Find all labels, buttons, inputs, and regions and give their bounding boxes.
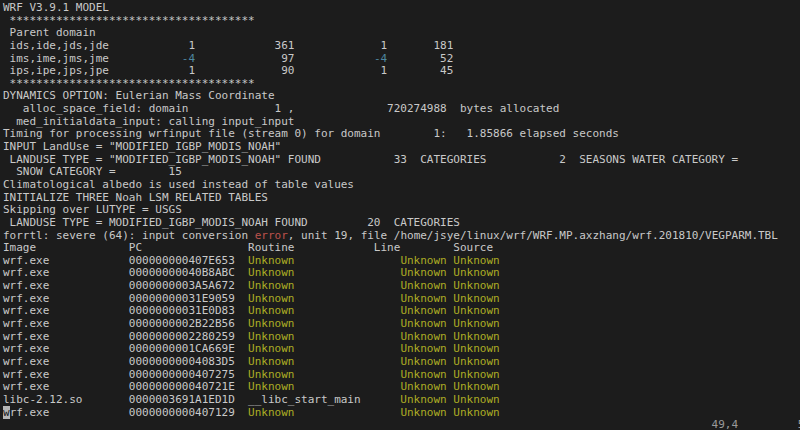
terminal-text: LANDUSE TYPE = MODIFIED_IGBP_MODIS_NOAH …	[3, 216, 460, 229]
terminal-text-yellow: Unknown	[453, 368, 499, 381]
terminal-text: wrf.exe 00000000031E0D83	[3, 304, 248, 317]
terminal-text	[294, 266, 400, 279]
terminal-text: LANDUSE TYPE = "MODIFIED_IGBP_MODIS_NOAH…	[3, 153, 738, 166]
terminal-text: *************************************	[3, 77, 255, 90]
terminal-text-yellow: Unknown	[400, 304, 446, 317]
terminal-cursor: w	[3, 406, 10, 419]
terminal-text-cyan: -4	[182, 52, 195, 65]
terminal-text: DYNAMICS OPTION: Eulerian Mass Coordinat…	[3, 89, 275, 102]
terminal-text-yellow: Unknown	[248, 380, 294, 393]
terminal-text	[294, 368, 400, 381]
terminal-text-yellow: Unknown	[453, 393, 499, 406]
terminal-text: SNOW CATEGORY = 15	[3, 165, 182, 178]
terminal-text-yellow: Unknown	[248, 292, 294, 305]
terminal-text	[294, 292, 400, 305]
terminal-text: wrf.exe 0000000000407275	[3, 368, 248, 381]
terminal-text: wrf.exe 0000000002280259	[3, 330, 248, 343]
terminal-text-yellow: Unknown	[453, 330, 499, 343]
terminal-text-yellow: Unknown	[400, 342, 446, 355]
terminal-text: 97	[195, 52, 374, 65]
terminal-text-yellow: Unknown	[248, 406, 294, 419]
terminal-text: med_initialdata_input: calling input_inp…	[3, 115, 294, 128]
terminal-text-yellow: Unknown	[248, 355, 294, 368]
terminal-text: WRF V3.9.1 MODEL	[3, 1, 109, 14]
terminal-text: alloc_space_field: domain 1 , 720274988 …	[3, 102, 559, 115]
terminal-text: wrf.exe 00000000031E9059	[3, 292, 248, 305]
terminal-text-cyan: -4	[374, 52, 387, 65]
terminal-text	[294, 380, 400, 393]
terminal-text-dim: 49,4 5	[3, 418, 800, 430]
terminal-text-yellow: Unknown	[400, 406, 446, 419]
terminal-text: wrf.exe 000000000407E653	[3, 254, 248, 267]
terminal-text: ips,ipe,jps,jpe 1 90 1 45	[3, 64, 453, 77]
terminal-text: rf.exe 0000000000407129	[10, 406, 248, 419]
terminal-text	[294, 406, 400, 419]
terminal-text-yellow: Unknown	[248, 266, 294, 279]
terminal-text	[294, 279, 400, 292]
terminal-text-yellow: Unknown	[248, 342, 294, 355]
terminal-text-red: error	[255, 229, 288, 242]
terminal-text-yellow: Unknown	[453, 342, 499, 355]
terminal-text	[294, 254, 400, 267]
terminal-text-yellow: Unknown	[400, 292, 446, 305]
terminal-line: 49,4 5	[3, 419, 800, 430]
terminal-line: *************************************	[3, 15, 800, 28]
terminal-text: wrf.exe 0000000002B22B56	[3, 317, 248, 330]
terminal-text: Timing for processing wrfinput file (str…	[3, 127, 619, 140]
terminal-text-yellow: Unknown	[248, 317, 294, 330]
terminal-text: Skipping over LUTYPE = USGS	[3, 203, 182, 216]
terminal-text	[294, 342, 400, 355]
terminal-text-yellow: Unknown	[453, 317, 499, 330]
terminal-text-yellow: Unknown	[400, 279, 446, 292]
terminal-text-yellow: Unknown	[453, 406, 499, 419]
terminal-text-yellow: Unknown	[400, 368, 446, 381]
terminal-text-yellow: Unknown	[453, 355, 499, 368]
terminal-text-yellow: Unknown	[453, 279, 499, 292]
terminal-text-yellow: Unknown	[400, 330, 446, 343]
terminal-text: Parent domain	[3, 26, 96, 39]
terminal-text-yellow: Unknown	[453, 304, 499, 317]
terminal-text-yellow: Unknown	[400, 393, 446, 406]
terminal-text-yellow: Unknown	[248, 330, 294, 343]
terminal-text: libc-2.12.so 0000003691A1ED1D __libc_sta…	[3, 393, 400, 406]
terminal-text: 52	[387, 52, 453, 65]
terminal-text-yellow: Unknown	[453, 266, 499, 279]
terminal-text: Climatological albedo is used instead of…	[3, 178, 354, 191]
terminal-text: INPUT LandUse = "MODIFIED_IGBP_MODIS_NOA…	[3, 140, 281, 153]
terminal-screen: WRF V3.9.1 MODEL ***********************…	[0, 0, 800, 430]
terminal-text	[294, 304, 400, 317]
terminal-text	[294, 317, 400, 330]
terminal-text-yellow: Unknown	[400, 380, 446, 393]
terminal-text-yellow: Unknown	[453, 380, 499, 393]
terminal-text-yellow: Unknown	[248, 279, 294, 292]
terminal-text: forrtl: severe (64): input conversion	[3, 229, 255, 242]
terminal-text-yellow: Unknown	[248, 254, 294, 267]
terminal-text: ims,ime,jms,jme	[3, 52, 182, 65]
terminal-text: wrf.exe 000000000040721E	[3, 380, 248, 393]
terminal-text-yellow: Unknown	[453, 292, 499, 305]
terminal-text-yellow: Unknown	[453, 254, 499, 267]
terminal-text: INITIALIZE THREE Noah LSM RELATED TABLES	[3, 191, 268, 204]
terminal-text-yellow: Unknown	[400, 317, 446, 330]
terminal-text: wrf.exe 0000000003A5A672	[3, 279, 248, 292]
terminal-text-yellow: Unknown	[400, 355, 446, 368]
terminal-text-yellow: Unknown	[400, 254, 446, 267]
terminal-text-yellow: Unknown	[400, 266, 446, 279]
terminal-text: wrf.exe 0000000001CA669E	[3, 342, 248, 355]
terminal-text: wrf.exe 00000000004083D5	[3, 355, 248, 368]
terminal-text: *************************************	[3, 14, 255, 27]
terminal-text: wrf.exe 00000000040B8ABC	[3, 266, 248, 279]
terminal-text	[294, 355, 400, 368]
terminal-text: ids,ide,jds,jde 1 361 1 181	[3, 39, 453, 52]
terminal-window[interactable]: WRF V3.9.1 MODEL ***********************…	[0, 0, 800, 430]
terminal-text-yellow: Unknown	[248, 368, 294, 381]
terminal-text: , unit 19, file /home/jsye/linux/wrf/WRF…	[288, 229, 778, 242]
terminal-text: Image PC Routine Line Source	[3, 241, 493, 254]
terminal-text	[294, 330, 400, 343]
terminal-text-yellow: Unknown	[248, 304, 294, 317]
